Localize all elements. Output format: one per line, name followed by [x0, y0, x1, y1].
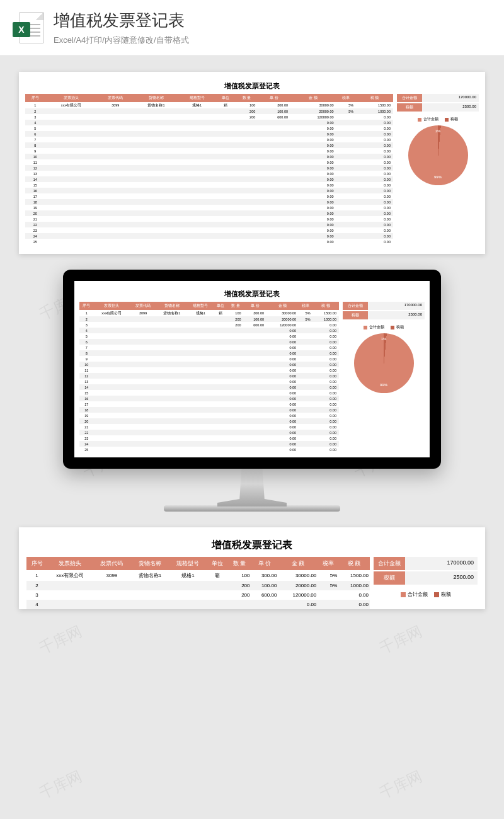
table-header: 发票抬头: [93, 302, 130, 310]
table-header: 税 额: [313, 302, 339, 310]
table-row: 120.000.00: [25, 165, 393, 171]
table-header: 税率: [336, 94, 357, 102]
table-row: 130.000.00: [25, 171, 393, 176]
table-row: 2200100.0020000.005%1000.00: [26, 581, 370, 590]
summary-total: 合计金额170000.00: [343, 302, 425, 310]
table-row: 140.000.00: [25, 176, 393, 182]
table-row: 1xxx有限公司3099货物名称1规格1箱100300.0030000.005%…: [25, 102, 393, 108]
table-header: 发票代码: [97, 94, 134, 102]
table-row: 80.000.00: [79, 350, 339, 356]
table-row: 40.000.00: [79, 328, 339, 333]
table-row: 180.000.00: [25, 199, 393, 205]
table-row: 190.000.00: [25, 205, 393, 210]
table-header: 金 额: [290, 94, 336, 102]
table-row: 40.000.00: [26, 600, 370, 609]
legend-item-tax: 税额: [434, 591, 451, 598]
summary-total: 合计金额170000.00: [397, 94, 479, 102]
invoice-table: 序号发票抬头发票代码货物名称规格型号单位数 量单 价金 额税率税 额1xxx有限…: [26, 557, 370, 609]
table-header: 单 价: [251, 557, 278, 570]
summary-tax: 税额2500.00: [397, 103, 479, 112]
table-row: 150.000.00: [25, 182, 393, 188]
table-header: 发票抬头: [45, 94, 97, 102]
table-row: 100.000.00: [79, 362, 339, 367]
excel-file-icon: X: [13, 11, 44, 45]
table-header: 税率: [299, 302, 312, 310]
table-row: 90.000.00: [79, 356, 339, 362]
table-row: 110.000.00: [79, 367, 339, 373]
monitor-stand: [217, 469, 287, 507]
table-row: 50.000.00: [79, 333, 339, 339]
table-row: 3200600.00120000.000.00: [79, 322, 339, 328]
table-row: 240.000.00: [79, 441, 339, 447]
spreadsheet: 增值税发票登记表序号发票抬头发票代码货物名称规格型号单位数 量单 价金 额税率税…: [79, 289, 425, 452]
table-row: 3200600.00120000.000.00: [26, 590, 370, 600]
table-header: 税 额: [356, 94, 393, 102]
table-row: 230.000.00: [25, 227, 393, 233]
summary-tax: 税额2500.00: [374, 571, 478, 585]
legend-item-tax: 税额: [391, 324, 404, 330]
table-row: 2200100.0020000.005%1000.00: [25, 108, 393, 114]
table-row: 70.000.00: [79, 345, 339, 350]
table-header: 规格型号: [178, 94, 215, 102]
table-row: 200.000.00: [79, 418, 339, 424]
watermark: 千库网: [376, 621, 426, 658]
table-header: 规格型号: [188, 302, 214, 310]
table-header: 序号: [26, 557, 47, 570]
page-title: 增值税发票登记表: [54, 9, 491, 32]
table-row: 120.000.00: [79, 373, 339, 379]
excel-badge: X: [13, 22, 30, 37]
table-row: 170.000.00: [25, 193, 393, 199]
table-row: 90.000.00: [25, 148, 393, 154]
table-header: 发票代码: [93, 557, 130, 570]
table-row: 140.000.00: [79, 384, 339, 390]
table-header: 数 量: [228, 557, 251, 570]
pie-chart: 1%99%: [354, 333, 414, 393]
spreadsheet: 增值税发票登记表序号发票抬头发票代码货物名称规格型号单位数 量单 价金 额税率税…: [25, 81, 479, 244]
watermark: 千库网: [36, 766, 86, 803]
table-header: 货物名称: [134, 94, 178, 102]
table-header: 序号: [79, 302, 93, 310]
legend-item-total: 合计金额: [364, 324, 384, 330]
legend-item-total: 合计金额: [418, 117, 438, 122]
table-row: 150.000.00: [79, 390, 339, 396]
table-header: 单 价: [258, 94, 290, 102]
summary-panel: 合计金额170000.00税额2500.00合计金额税额1%99%: [343, 302, 425, 452]
table-row: 160.000.00: [79, 396, 339, 401]
sheet-title: 增值税发票登记表: [26, 539, 478, 552]
table-header: 单位: [214, 302, 227, 310]
table-row: 70.000.00: [25, 137, 393, 142]
table-row: 220.000.00: [25, 222, 393, 227]
table-row: 200.000.00: [25, 210, 393, 216]
table-row: 180.000.00: [79, 407, 339, 413]
table-row: 160.000.00: [25, 188, 393, 193]
table-header: 税率: [318, 557, 338, 570]
table-row: 100.000.00: [25, 154, 393, 159]
summary-total: 合计金额170000.00: [374, 557, 478, 570]
table-row: 230.000.00: [79, 435, 339, 441]
template-preview-large: 增值税发票登记表序号发票抬头发票代码货物名称规格型号单位数 量单 价金 额税率税…: [19, 527, 485, 609]
table-row: 220.000.00: [79, 430, 339, 435]
table-header: 单位: [207, 557, 228, 570]
invoice-table: 序号发票抬头发票代码货物名称规格型号单位数 量单 价金 额税率税 额1xxx有限…: [25, 94, 393, 244]
monitor-mockup: 增值税发票登记表序号发票抬头发票代码货物名称规格型号单位数 量单 价金 额税率税…: [0, 270, 504, 512]
table-header: 金 额: [266, 302, 299, 310]
page-header: X 增值税发票登记表 Excel/A4打印/内容随意修改/自带格式: [0, 0, 504, 56]
table-header: 单位: [215, 94, 236, 102]
table-row: 80.000.00: [25, 142, 393, 148]
watermark: 千库网: [36, 621, 86, 658]
chart-legend: 合计金额税额: [374, 591, 478, 598]
table-header: 货物名称: [156, 302, 188, 310]
table-header: 发票抬头: [47, 557, 93, 570]
table-row: 2200100.0020000.005%1000.00: [79, 316, 339, 322]
table-row: 250.000.00: [79, 447, 339, 452]
table-header: 序号: [25, 94, 45, 102]
table-row: 1xxx有限公司3099货物名称1规格1箱100300.0030000.005%…: [79, 310, 339, 316]
table-row: 210.000.00: [79, 424, 339, 430]
table-row: 240.000.00: [25, 233, 393, 239]
summary-panel: 合计金额170000.00税额2500.00合计金额税额1%99%: [397, 94, 479, 244]
table-header: 金 额: [278, 557, 318, 570]
legend-item-tax: 税额: [445, 117, 458, 122]
watermark: 千库网: [376, 766, 426, 803]
invoice-table: 序号发票抬头发票代码货物名称规格型号单位数 量单 价金 额税率税 额1xxx有限…: [79, 302, 339, 452]
table-row: 60.000.00: [79, 339, 339, 345]
